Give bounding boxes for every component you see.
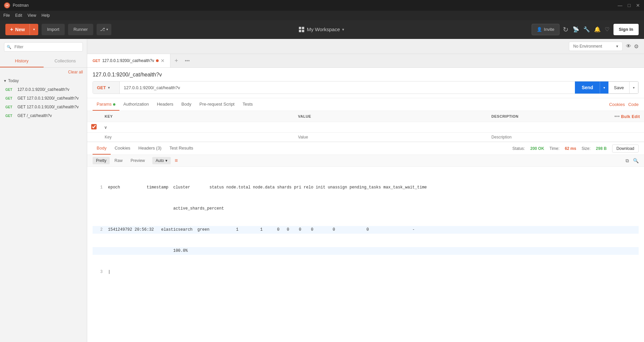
list-item[interactable]: GET 127.0.0.1:9200/_cat/health?v xyxy=(3,85,84,94)
copy-icon[interactable]: ⧉ xyxy=(626,158,629,164)
param-desc-input[interactable] xyxy=(491,125,640,130)
menu-edit[interactable]: Edit xyxy=(15,13,22,18)
tab-headers[interactable]: Headers xyxy=(153,98,177,111)
env-icons: 👁 ⚙ xyxy=(626,43,639,50)
resp-tab-test-results[interactable]: Test Results xyxy=(165,142,197,155)
invite-button[interactable]: 👤 Invite xyxy=(532,24,559,35)
code-line: 100.0% xyxy=(93,247,639,254)
history-tab[interactable]: History xyxy=(0,55,44,67)
topbar-right: ↻ 📡 🔧 🔔 ♡ Sign In xyxy=(563,24,639,35)
url-input[interactable] xyxy=(120,81,575,94)
env-selector[interactable]: No Environment ▾ xyxy=(569,42,623,51)
wrench-icon[interactable]: 🔧 xyxy=(583,26,590,33)
tab-close-icon[interactable]: ✕ xyxy=(161,58,165,63)
new-param-key[interactable] xyxy=(105,135,290,139)
size-value: 298 B xyxy=(596,146,607,151)
save-button[interactable]: Save xyxy=(608,81,630,94)
resp-tab-cookies[interactable]: Cookies xyxy=(111,142,135,155)
tab-params[interactable]: Params xyxy=(93,98,119,111)
menu-help[interactable]: Help xyxy=(42,13,50,18)
value-header: VALUE xyxy=(294,111,488,122)
import-button[interactable]: Import xyxy=(42,24,65,35)
list-item[interactable]: GET GET 127.0.0.1:9100/_cat/health?v xyxy=(3,103,84,111)
sync-icon[interactable]: ↻ xyxy=(563,25,569,34)
history-url: 127.0.0.1:9200/_cat/health?v xyxy=(17,87,69,92)
close-button[interactable]: ✕ xyxy=(636,3,640,8)
send-button[interactable]: Send xyxy=(575,81,600,94)
code-link[interactable]: Code xyxy=(628,102,639,107)
runner-button[interactable]: Runner xyxy=(68,24,93,35)
collections-tab[interactable]: Collections xyxy=(44,55,87,67)
new-param-desc[interactable] xyxy=(491,135,640,139)
bulk-edit-button[interactable]: Bulk Edit xyxy=(621,114,640,119)
line-num: 1 xyxy=(93,184,103,191)
search-input[interactable] xyxy=(4,42,83,52)
send-dropdown-button[interactable]: ▾ xyxy=(600,81,608,94)
resp-tab-headers[interactable]: Headers (3) xyxy=(135,142,166,155)
history-group-today: ▾ Today GET 127.0.0.1:9200/_cat/health?v… xyxy=(0,76,87,120)
param-key-input[interactable] xyxy=(105,125,290,130)
new-tab-button[interactable]: + xyxy=(170,57,182,64)
param-checkbox[interactable] xyxy=(91,124,97,129)
format-raw[interactable]: Raw xyxy=(111,157,126,164)
heart-icon[interactable]: ♡ xyxy=(605,26,609,33)
workspace-dropdown-icon[interactable]: ▾ xyxy=(342,27,344,32)
sidebar-search-area xyxy=(0,39,87,55)
main-layout: History Collections Clear all ▾ Today GE… xyxy=(0,39,644,342)
line-num xyxy=(93,205,103,212)
new-param-value[interactable] xyxy=(298,135,484,139)
tab-tests[interactable]: Tests xyxy=(238,98,257,111)
invite-icon: 👤 xyxy=(537,27,542,32)
tab-authorization[interactable]: Authorization xyxy=(119,98,153,111)
response-body: 1 epoch timestamp cluster status node.to… xyxy=(87,167,644,342)
fork-button[interactable]: ⎇ ▾ xyxy=(97,24,111,35)
code-line: active_shards_percent xyxy=(93,205,639,212)
auto-arrow: ▾ xyxy=(165,158,167,163)
minimize-button[interactable]: — xyxy=(618,3,623,8)
response-status-bar: Status: 200 OK Time: 62 ms Size: 298 B D… xyxy=(513,145,639,153)
bell-icon[interactable]: 🔔 xyxy=(594,26,601,33)
auto-label: Auto xyxy=(156,158,164,163)
search-response-icon[interactable]: 🔍 xyxy=(633,158,639,163)
save-dropdown-button[interactable]: ▾ xyxy=(630,81,638,94)
method-label: GET xyxy=(97,85,106,90)
list-item[interactable]: GET GET /_cat/health?v xyxy=(3,111,84,120)
code-content: 1541249792 20:56:32 elasticsearch green … xyxy=(108,226,415,233)
param-value-input[interactable] xyxy=(298,125,484,130)
new-button-arrow[interactable]: ▾ xyxy=(30,24,38,35)
request-tab-active[interactable]: GET 127.0.0.1:9200/_cat/health?v ✕ xyxy=(87,54,170,67)
more-options-icon[interactable]: ••• xyxy=(614,114,620,119)
tab-pre-request-script[interactable]: Pre-request Script xyxy=(195,98,238,111)
env-bar: No Environment ▾ 👁 ⚙ xyxy=(87,39,644,54)
url-section: 127.0.0.1:9200/_cat/health?v GET ▾ Send … xyxy=(87,68,644,98)
signin-button[interactable]: Sign In xyxy=(613,24,639,35)
menu-view[interactable]: View xyxy=(28,13,36,18)
eye-icon[interactable]: 👁 xyxy=(626,43,631,50)
download-button[interactable]: Download xyxy=(612,145,639,153)
cookies-link[interactable]: Cookies xyxy=(609,102,625,107)
code-content: active_shards_percent xyxy=(108,205,224,212)
auto-format-select[interactable]: Auto ▾ xyxy=(152,157,171,164)
method-badge: GET xyxy=(5,88,15,92)
app-icon xyxy=(4,2,10,8)
collapse-icon[interactable]: ▾ xyxy=(4,78,6,83)
format-pretty[interactable]: Pretty xyxy=(93,157,110,164)
gear-icon[interactable]: ⚙ xyxy=(634,43,639,50)
tab-body[interactable]: Body xyxy=(177,98,196,111)
list-item[interactable]: GET GET 127.0.0.1:9200/_cat/health?v xyxy=(3,94,84,103)
satellite-icon[interactable]: 📡 xyxy=(573,26,579,33)
new-button[interactable]: + New ▾ xyxy=(5,24,38,35)
workspace-icon xyxy=(299,27,304,32)
maximize-button[interactable]: □ xyxy=(628,3,631,8)
code-content: 100.0% xyxy=(108,247,188,254)
table-row xyxy=(87,122,644,133)
format-preview[interactable]: Preview xyxy=(127,157,148,164)
method-select[interactable]: GET ▾ xyxy=(93,81,120,94)
line-num xyxy=(93,247,103,254)
menu-file[interactable]: File xyxy=(3,13,10,18)
tab-more-button[interactable]: ••• xyxy=(182,58,193,63)
wrap-icon[interactable]: ≡ xyxy=(175,158,178,164)
clear-all-button[interactable]: Clear all xyxy=(0,68,87,76)
window-controls: — □ ✕ xyxy=(618,3,640,8)
resp-tab-body[interactable]: Body xyxy=(93,142,111,155)
